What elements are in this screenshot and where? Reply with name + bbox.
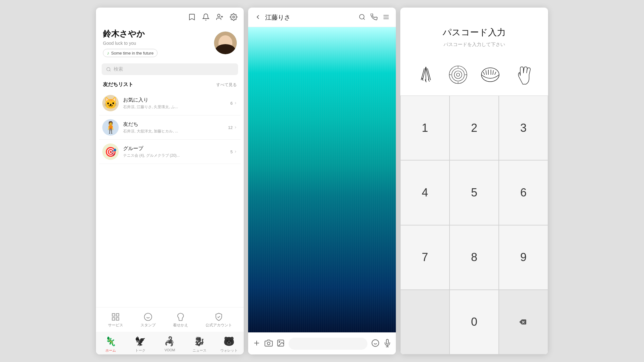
- avatar[interactable]: [214, 32, 237, 54]
- add-friend-icon[interactable]: [216, 13, 224, 22]
- nav-official[interactable]: 公式アカウント: [206, 312, 232, 328]
- search-chat-icon[interactable]: [359, 14, 366, 22]
- group-info: グループ テニス会 (4), グルメクラブ (20)...: [123, 145, 226, 158]
- tab-home-label: ホーム: [105, 348, 116, 353]
- svg-point-20: [267, 342, 270, 345]
- backspace-icon: [519, 318, 528, 326]
- friend-group-list: 🐱 お気に入り 石井涼, 江藤りさ, 久里瑛太, ふ... 6 🧍 友だち 石井…: [96, 91, 244, 164]
- passcode-icon-1[interactable]: [414, 63, 437, 86]
- group-members: テニス会 (4), グルメクラブ (20)...: [123, 153, 226, 158]
- music-note-icon: ♪: [107, 50, 109, 55]
- tab-wallet-label: ウォレット: [220, 348, 238, 353]
- tab-wallet[interactable]: 🐻 ウォレット: [214, 334, 244, 353]
- nav-official-label: 公式アカウント: [206, 323, 232, 328]
- svg-point-34: [452, 68, 464, 81]
- phone-icon[interactable]: [371, 14, 378, 22]
- nav-stamps-label: スタンプ: [140, 323, 156, 328]
- key-5[interactable]: 5: [450, 160, 499, 225]
- list-item[interactable]: 🐱 お気に入り 石井涼, 江藤りさ, 久里瑛太, ふ... 6: [99, 91, 241, 115]
- svg-rect-7: [116, 314, 119, 316]
- svg-point-13: [360, 14, 364, 19]
- shield-icon: [214, 312, 223, 321]
- profile-name: 鈴木さやか: [103, 28, 214, 39]
- svg-line-5: [110, 70, 110, 71]
- nav-services[interactable]: サービス: [108, 312, 123, 328]
- passcode-icon-2[interactable]: [447, 63, 469, 86]
- passcode-icons: [400, 57, 548, 96]
- key-1[interactable]: 1: [400, 96, 450, 160]
- passcode-title: パスコード入力: [407, 26, 542, 38]
- key-3[interactable]: 3: [499, 96, 548, 160]
- group-count: 5: [230, 149, 237, 154]
- svg-point-4: [107, 67, 110, 71]
- tab-talk-label: トーク: [135, 348, 146, 353]
- svg-point-23: [372, 340, 379, 347]
- voom-creature-icon: 🦂: [162, 335, 178, 347]
- image-icon[interactable]: [277, 339, 285, 348]
- chat-header-icons: [359, 14, 390, 22]
- nav-services-label: サービス: [108, 323, 123, 328]
- key-2[interactable]: 2: [450, 96, 499, 160]
- key-8[interactable]: 8: [450, 225, 499, 290]
- svg-point-10: [144, 313, 152, 320]
- profile-status: Good luck to you: [103, 41, 214, 46]
- mic-icon[interactable]: [383, 339, 391, 348]
- tab-talk[interactable]: 🦅 トーク: [126, 334, 155, 353]
- group-info: お気に入り 石井涼, 江藤りさ, 久里瑛太, ふ...: [123, 97, 226, 110]
- menu-icon[interactable]: [383, 14, 390, 22]
- chat-text-input[interactable]: [289, 338, 367, 350]
- tab-news-label: ニュース: [193, 348, 206, 353]
- see-all-link[interactable]: すべて見る: [216, 82, 237, 88]
- smile-icon: [144, 312, 152, 321]
- numpad: 1 2 3 4 5 6 7 8 9 0: [400, 96, 548, 354]
- tab-bar: 🦎 ホーム 🦅 トーク 🦂 VOOM 🐉 ニュース 🐻 ウォレット: [96, 332, 244, 354]
- key-9[interactable]: 9: [499, 225, 548, 290]
- key-7[interactable]: 7: [400, 225, 450, 290]
- key-0[interactable]: 0: [450, 290, 499, 354]
- bell-icon[interactable]: [202, 13, 210, 22]
- settings-icon[interactable]: [230, 13, 237, 22]
- tab-news[interactable]: 🐉 ニュース: [185, 334, 214, 353]
- svg-rect-9: [116, 318, 119, 320]
- key-delete[interactable]: [499, 290, 548, 354]
- search-icon: [106, 67, 111, 72]
- nav-theme[interactable]: 着せかえ: [173, 312, 188, 328]
- tab-voom[interactable]: 🦂 VOOM: [155, 334, 185, 352]
- emoji-icon[interactable]: [371, 339, 379, 348]
- music-badge[interactable]: ♪ Some time in the future: [103, 49, 158, 57]
- camera-icon[interactable]: [265, 339, 273, 348]
- passcode-icon-4[interactable]: [511, 63, 534, 86]
- friends-header: 友だちリスト すべて見る: [96, 80, 244, 91]
- group-avatar: 🎯: [102, 143, 119, 160]
- svg-point-0: [218, 14, 220, 17]
- svg-point-22: [279, 341, 280, 342]
- nav-stamps[interactable]: スタンプ: [140, 312, 156, 328]
- tab-home[interactable]: 🦎 ホーム: [96, 334, 126, 353]
- profile-section: 鈴木さやか Good luck to you ♪ Some time in th…: [96, 25, 244, 61]
- wallet-creature-icon: 🐻: [221, 335, 237, 347]
- search-bar[interactable]: 検索: [102, 63, 238, 75]
- list-item[interactable]: 🎯 グループ テニス会 (4), グルメクラブ (20)... 5: [99, 140, 241, 164]
- left-panel: 鈴木さやか Good luck to you ♪ Some time in th…: [96, 8, 244, 354]
- svg-line-14: [363, 18, 365, 20]
- list-item[interactable]: 🧍 友だち 石井涼, 大舘洋太, 加藤ヒカル, ... 12: [99, 115, 241, 140]
- key-empty: [400, 290, 450, 354]
- chat-background: [248, 27, 396, 333]
- key-4[interactable]: 4: [400, 160, 450, 225]
- key-6[interactable]: 6: [499, 160, 548, 225]
- bookmark-icon[interactable]: [188, 13, 196, 22]
- bottom-nav: サービス スタンプ 着せかえ 公式アカウント: [96, 307, 244, 332]
- tab-voom-label: VOOM: [164, 348, 175, 352]
- add-icon[interactable]: [253, 339, 261, 348]
- back-button[interactable]: [254, 14, 261, 22]
- svg-line-42: [483, 72, 485, 75]
- group-name: お気に入り: [123, 97, 226, 103]
- passcode-header: パスコード入力 パスコードを入力して下さい: [400, 8, 548, 57]
- passcode-icon-3[interactable]: [479, 63, 502, 86]
- mid-header: 江藤りさ: [248, 8, 396, 27]
- chat-bg-texture: [248, 27, 396, 333]
- group-name: グループ: [123, 145, 226, 152]
- svg-point-3: [233, 16, 235, 18]
- left-header: [96, 8, 244, 25]
- group-info: 友だち 石井涼, 大舘洋太, 加藤ヒカル, ...: [123, 121, 224, 134]
